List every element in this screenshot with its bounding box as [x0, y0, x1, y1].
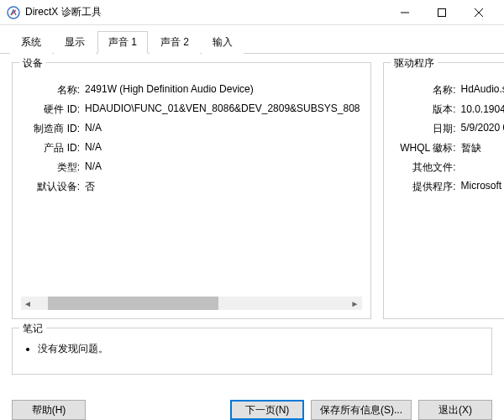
device-default-row: 默认设备:否: [23, 180, 360, 194]
driver-version-row: 版本:10.0.19041.264 (英语(美国)): [394, 102, 505, 117]
next-page-button[interactable]: 下一页(N): [230, 400, 304, 420]
driver-provider-label: 提供程序:: [394, 180, 456, 194]
driver-name-value: HdAudio.sys: [461, 83, 505, 97]
save-all-button[interactable]: 保存所有信息(S)...: [311, 400, 412, 420]
device-name-row: 名称:2491W (High Definition Audio Device): [23, 83, 360, 97]
notes-item: 没有发现问题。: [38, 342, 485, 356]
driver-provider-value: Microsoft: [461, 180, 502, 194]
app-icon: [7, 6, 20, 19]
content-area: 设备 名称:2491W (High Definition Audio Devic…: [0, 54, 504, 324]
driver-version-value: 10.0.19041.264 (英语(美国)): [461, 102, 505, 117]
driver-date-value: 5/9/2020 08:00:00: [461, 122, 505, 136]
device-type-value: N/A: [85, 160, 102, 175]
tab-bar: 系统 显示 声音 1 声音 2 输入: [0, 25, 504, 54]
device-prod-row: 产品 ID:N/A: [23, 141, 360, 155]
driver-whql-row: WHQL 徽标:暂缺: [394, 141, 505, 155]
notes-legend: 笔记: [19, 322, 46, 336]
device-mfg-label: 制造商 ID:: [23, 122, 80, 136]
scroll-thumb[interactable]: [48, 297, 218, 310]
device-default-label: 默认设备:: [23, 180, 80, 194]
driver-whql-value: 暂缺: [461, 141, 481, 155]
exit-button[interactable]: 退出(X): [418, 400, 492, 420]
help-button[interactable]: 帮助(H): [12, 400, 86, 420]
device-mfg-value: N/A: [85, 122, 102, 136]
svg-rect-2: [438, 8, 446, 16]
device-type-row: 类型:N/A: [23, 160, 360, 175]
device-mfg-row: 制造商 ID:N/A: [23, 122, 360, 136]
driver-name-row: 名称:HdAudio.sys: [394, 83, 505, 97]
driver-legend: 驱动程序: [391, 56, 438, 71]
driver-other-row: 其他文件:: [394, 160, 505, 175]
notes-list: 没有发现问题。: [38, 342, 485, 356]
driver-version-label: 版本:: [394, 102, 456, 117]
tab-sound-2[interactable]: 声音 2: [150, 31, 200, 54]
driver-panel: 驱动程序 名称:HdAudio.sys 版本:10.0.19041.264 (英…: [383, 62, 505, 319]
tab-display[interactable]: 显示: [54, 31, 96, 54]
scroll-right-icon[interactable]: ►: [349, 297, 362, 310]
driver-other-label: 其他文件:: [394, 160, 456, 175]
device-panel: 设备 名称:2491W (High Definition Audio Devic…: [12, 62, 371, 319]
tab-sound-1[interactable]: 声音 1: [97, 31, 148, 54]
titlebar: DirectX 诊断工具: [0, 0, 504, 25]
tab-input[interactable]: 输入: [202, 31, 244, 54]
device-name-label: 名称:: [23, 83, 80, 97]
driver-list: 名称:HdAudio.sys 版本:10.0.19041.264 (英语(美国)…: [392, 78, 505, 201]
minimize-button[interactable]: [386, 1, 423, 24]
window-controls: [386, 1, 497, 24]
button-bar: 帮助(H) 下一页(N) 保存所有信息(S)... 退出(X): [0, 391, 504, 420]
driver-name-label: 名称:: [394, 83, 456, 97]
device-hwid-row: 硬件 ID:HDAUDIO\FUNC_01&VEN_8086&DEV_2809&…: [23, 102, 360, 117]
device-name-value: 2491W (High Definition Audio Device): [85, 83, 254, 97]
device-hscrollbar[interactable]: ◄ ►: [21, 297, 362, 310]
driver-provider-row: 提供程序:Microsoft: [394, 180, 505, 194]
driver-whql-label: WHQL 徽标:: [394, 141, 456, 155]
device-hwid-value: HDAUDIO\FUNC_01&VEN_8086&DEV_2809&SUBSYS…: [85, 102, 360, 117]
device-legend: 设备: [19, 56, 46, 71]
device-type-label: 类型:: [23, 160, 80, 175]
close-button[interactable]: [460, 1, 497, 24]
driver-date-label: 日期:: [394, 122, 456, 136]
notes-wrap: 笔记 没有发现问题。: [12, 328, 492, 375]
device-list: 名称:2491W (High Definition Audio Device) …: [21, 78, 362, 297]
notes-panel: 笔记 没有发现问题。: [12, 328, 492, 375]
device-prod-label: 产品 ID:: [23, 141, 80, 155]
scroll-left-icon[interactable]: ◄: [21, 297, 34, 310]
driver-date-row: 日期:5/9/2020 08:00:00: [394, 122, 505, 136]
maximize-button[interactable]: [423, 1, 460, 24]
device-default-value: 否: [85, 180, 95, 194]
window-title: DirectX 诊断工具: [25, 5, 386, 19]
device-hwid-label: 硬件 ID:: [23, 102, 80, 117]
tab-system[interactable]: 系统: [10, 31, 52, 54]
device-prod-value: N/A: [85, 141, 102, 155]
